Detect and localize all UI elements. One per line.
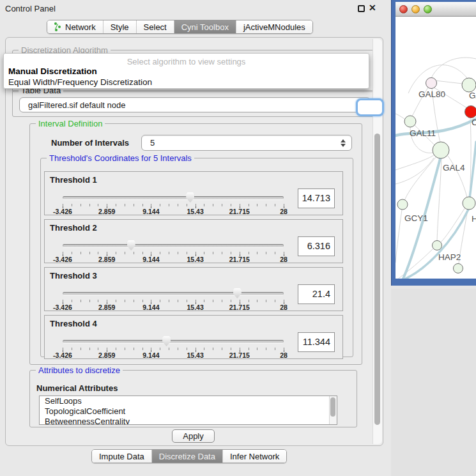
- network-window-titlebar[interactable]: [395, 2, 476, 17]
- tick-label: 21.715: [229, 208, 250, 215]
- tab-network[interactable]: Network: [47, 20, 104, 33]
- threshold-3-slider[interactable]: [63, 292, 284, 295]
- node-gal11[interactable]: [404, 116, 416, 127]
- threshold-2-slider[interactable]: [63, 244, 284, 247]
- algorithm-placeholder: Select algorithm to view settings: [4, 57, 369, 66]
- list-item[interactable]: TopologicalCoefficient: [40, 406, 337, 417]
- node-label-gal4: GAL4: [443, 163, 465, 173]
- tick-label: 2.859: [98, 303, 115, 311]
- tick-label: -3.426: [53, 351, 72, 359]
- thresholds-group-label: Threshold's Coordinates for 5 Intervals: [47, 153, 194, 163]
- close-traffic-light-icon[interactable]: [399, 5, 408, 13]
- tab-impute-data[interactable]: Impute Data: [92, 450, 152, 463]
- list-item[interactable]: BetweennessCentrality: [40, 417, 337, 425]
- attributes-group-label: Attributes to discretize: [36, 365, 123, 375]
- threshold-2-panel: Threshold 2 -3.426 2.859 9.144 15.43 21.…: [44, 219, 343, 263]
- threshold-4-label: Threshold 4: [50, 319, 97, 328]
- tick-label: 15.43: [187, 208, 203, 215]
- tab-infer-network[interactable]: Infer Network: [223, 450, 286, 463]
- node-selected-red[interactable]: [465, 106, 476, 118]
- threshold-4-panel: Threshold 4 -3.426 2.859 9.144 15.43 21.…: [44, 315, 343, 359]
- node-label-ga: GA: [469, 91, 476, 100]
- slider-tick-labels: -3.426 2.859 9.144 15.43 21.715 28: [63, 208, 284, 215]
- threshold-1-label: Threshold 1: [50, 175, 97, 185]
- tab-select[interactable]: Select: [137, 20, 174, 33]
- threshold-4-value-field[interactable]: 11.344: [298, 332, 335, 352]
- tab-select-label: Select: [144, 22, 167, 32]
- list-item[interactable]: SelfLoops: [40, 396, 337, 406]
- tick-label: 9.144: [142, 351, 159, 359]
- tick-label: 28: [280, 208, 288, 215]
- node-ga[interactable]: [462, 78, 476, 92]
- tick-label: 15.43: [187, 303, 203, 311]
- node-gcy1[interactable]: [397, 199, 408, 210]
- tab-style-label: Style: [111, 22, 129, 32]
- content-scrollbar-thumb[interactable]: [374, 134, 380, 425]
- slider-thumb[interactable]: [186, 192, 194, 203]
- control-panel-title: Control Panel: [5, 4, 56, 13]
- interval-definition-label: Interval Definition: [36, 119, 105, 128]
- node-bottom[interactable]: [454, 264, 463, 273]
- minimize-traffic-light-icon[interactable]: [411, 5, 420, 13]
- tab-jactivemnodules[interactable]: jActiveMNodules: [236, 20, 312, 33]
- threshold-1-value-field[interactable]: 14.713: [298, 188, 335, 208]
- tab-discretize-data[interactable]: Discretize Data: [152, 450, 223, 463]
- menu-item-manual-discretization[interactable]: Manual Discretization: [8, 66, 97, 76]
- toolbox-tabs: Network Style Select Cyni Toolbox jActiv…: [47, 20, 313, 34]
- tab-cyni-toolbox[interactable]: Cyni Toolbox: [174, 20, 236, 33]
- list-scrollbar-thumb[interactable]: [330, 397, 335, 417]
- threshold-2-value-field[interactable]: 6.316: [298, 236, 335, 256]
- slider-thumb[interactable]: [162, 336, 171, 346]
- slider-thumb[interactable]: [233, 288, 242, 298]
- node-label-hap2: HAP2: [438, 252, 461, 262]
- cyni-content-panel: Discretization Algorithm Table Data galF…: [5, 37, 383, 446]
- control-panel-titlebar: Control Panel ✕: [0, 0, 391, 17]
- node-gal80[interactable]: [426, 78, 437, 89]
- tick-label: 2.859: [98, 208, 115, 215]
- algorithm-combobox-focus-ring[interactable]: [356, 98, 384, 116]
- tab-style[interactable]: Style: [104, 20, 137, 33]
- node-label-gal11: GAL11: [410, 128, 436, 138]
- threshold-3-panel: Threshold 3 -3.426 2.859 9.144 15.43 21.…: [44, 267, 343, 311]
- highlighted-edges: [395, 119, 476, 279]
- tick-label: 2.859: [98, 256, 115, 263]
- slider-tick-labels: -3.426 2.859 9.144 15.43 21.715 28: [63, 303, 284, 311]
- menu-item-equal-width-frequency[interactable]: Equal Width/Frequency Discretization: [8, 77, 152, 87]
- node-gal4[interactable]: [433, 142, 449, 158]
- tick-label: 15.43: [187, 256, 203, 263]
- threshold-3-value-field[interactable]: 21.4: [298, 284, 335, 304]
- table-data-combobox[interactable]: galFiltered.sif default node: [19, 97, 371, 112]
- tick-label: 9.144: [142, 303, 159, 311]
- slider-tick-labels: -3.426 2.859 9.144 15.43 21.715 28: [63, 351, 284, 359]
- number-of-intervals-combobox[interactable]: 5: [141, 135, 352, 151]
- threshold-1-slider[interactable]: [63, 196, 284, 199]
- tab-cyni-toolbox-label: Cyni Toolbox: [181, 22, 229, 32]
- cyni-mode-tabs: Impute Data Discretize Data Infer Networ…: [91, 449, 287, 463]
- close-icon[interactable]: ✕: [369, 3, 376, 13]
- slider-minor-ticks: [63, 252, 284, 254]
- tab-infer-network-label: Infer Network: [230, 452, 279, 461]
- slider-minor-ticks: [63, 204, 284, 206]
- tick-label: -3.426: [53, 256, 72, 263]
- node-h[interactable]: [463, 197, 475, 210]
- slider-thumb[interactable]: [127, 240, 135, 250]
- tab-discretize-data-label: Discretize Data: [159, 452, 215, 461]
- tab-jactivemnodules-label: jActiveMNodules: [243, 22, 305, 32]
- table-data-group: Table Data galFiltered.sif default node: [12, 90, 376, 117]
- number-of-intervals-value: 5: [142, 138, 341, 148]
- float-window-icon[interactable]: [358, 5, 365, 12]
- threshold-4-slider[interactable]: [63, 340, 284, 343]
- apply-button[interactable]: Apply: [172, 429, 215, 443]
- tick-label: 21.715: [229, 351, 250, 359]
- zoom-traffic-light-icon[interactable]: [424, 5, 432, 13]
- slider-minor-ticks: [63, 348, 284, 350]
- network-canvas[interactable]: GAL80 GA C GAL11 GAL4 GCY1 H HAP2: [395, 17, 476, 279]
- node-hap2[interactable]: [433, 241, 442, 250]
- tab-network-label: Network: [65, 22, 96, 32]
- node-label-h: H: [472, 214, 476, 224]
- tick-label: -3.426: [53, 303, 72, 311]
- node-label-gcy1: GCY1: [404, 213, 428, 223]
- tick-label: 2.859: [98, 351, 115, 359]
- network-graph: GAL80 GA C GAL11 GAL4 GCY1 H HAP2: [395, 17, 476, 279]
- node-label-c: C: [472, 118, 476, 127]
